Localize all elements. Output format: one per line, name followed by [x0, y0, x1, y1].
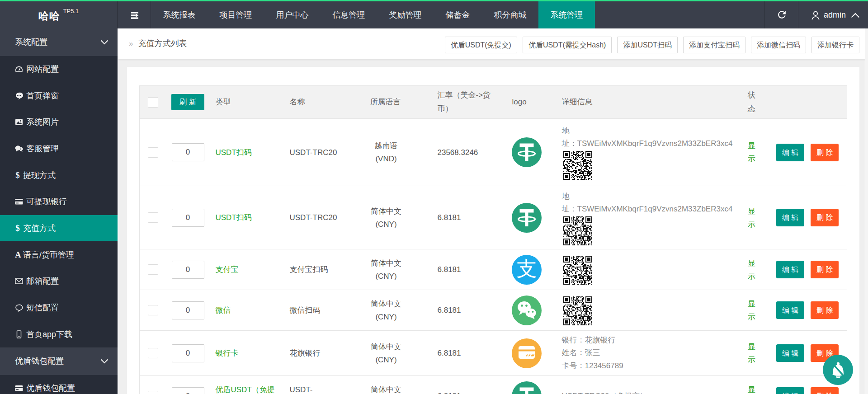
svg-text:支: 支 [517, 257, 537, 280]
